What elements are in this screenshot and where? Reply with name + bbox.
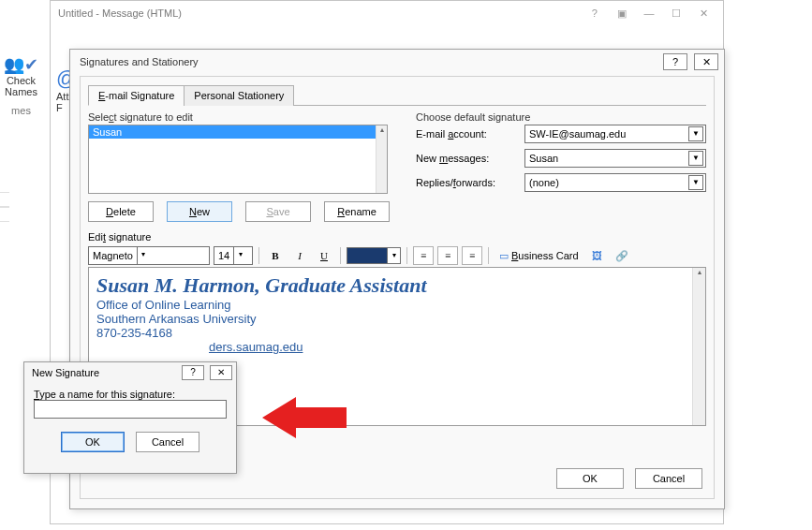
signature-line: Office of Online Learning <box>96 298 690 312</box>
check-names-label: Check Names <box>5 75 37 97</box>
signature-line: 870-235-4168 <box>96 326 690 340</box>
help-icon[interactable]: ? <box>583 7 607 19</box>
email-account-value: SW-IE@saumag.edu <box>529 128 626 140</box>
editor-scrollbar[interactable] <box>692 268 705 425</box>
replies-forwards-label: Replies/forwards: <box>416 177 519 188</box>
signature-listbox[interactable]: Susan <box>88 125 388 194</box>
delete-button[interactable]: Delete <box>88 201 154 222</box>
email-account-select[interactable]: SW-IE@saumag.edu ▼ <box>524 125 706 143</box>
tab-email-signature[interactable]: EE-mail Signature-mail Signature <box>88 85 185 106</box>
tab-personal-stationery[interactable]: Personal Stationery <box>184 85 294 106</box>
insert-hyperlink-button[interactable]: 🔗 <box>612 246 632 265</box>
align-left-button[interactable]: ≡ <box>413 246 434 265</box>
new-signature-cancel-button[interactable]: Cancel <box>136 432 199 452</box>
replies-forwards-select[interactable]: (none) ▼ <box>524 173 706 192</box>
new-signature-title: New Signature <box>32 367 99 378</box>
font-color-select[interactable]: ▾ <box>347 247 401 264</box>
signature-list-item[interactable]: Susan <box>89 125 376 139</box>
signature-name-line: Susan M. Harmon, Graduate Assistant <box>96 273 690 298</box>
new-messages-select[interactable]: Susan ▼ <box>524 149 706 168</box>
business-card-button[interactable]: ▭ Business Card <box>495 246 583 265</box>
toolbar-separator <box>340 247 341 264</box>
replies-forwards-value: (none) <box>529 177 559 188</box>
close-icon[interactable]: ✕ <box>691 7 716 20</box>
ribbon-fragment: 👥✔ Check Names mes <box>0 56 42 140</box>
chevron-down-icon[interactable]: ▼ <box>688 126 703 141</box>
minimize-icon[interactable]: — <box>637 7 661 19</box>
new-signature-prompt: Type a name for this signature: <box>34 389 227 400</box>
new-messages-label: New messages: <box>416 153 519 164</box>
rename-button[interactable]: Rename <box>324 201 390 222</box>
underline-button[interactable]: U <box>314 246 334 265</box>
new-signature-ok-button[interactable]: OK <box>61 432 125 452</box>
italic-button[interactable]: I <box>289 246 310 265</box>
toolbar-separator <box>488 247 489 264</box>
new-messages-value: Susan <box>529 153 558 164</box>
dialog-tabs: EE-mail Signature-mail Signature Persona… <box>88 84 706 106</box>
message-title-text: Untitled - Message (HTML) <box>58 7 182 19</box>
insert-picture-button[interactable]: 🖼 <box>587 246 608 265</box>
message-titlebar: Untitled - Message (HTML) ? ▣ — ☐ ✕ <box>51 1 723 25</box>
toolbar-separator <box>258 247 259 264</box>
chevron-down-icon[interactable]: ▼ <box>688 175 703 190</box>
signature-link: ders.saumag.edu <box>209 340 690 354</box>
dialog-title: Signatures and Stationery <box>80 56 199 67</box>
maximize-icon[interactable]: ☐ <box>664 7 688 20</box>
font-value: Magneto <box>89 250 137 261</box>
background-list-row <box>0 192 9 207</box>
card-icon: ▭ <box>499 250 509 262</box>
ribbon-group-label-cut: mes <box>0 105 42 116</box>
bold-button[interactable]: B <box>265 246 286 265</box>
color-swatch <box>347 248 387 263</box>
dialog-help-icon[interactable]: ? <box>182 365 204 380</box>
listbox-scrollbar[interactable] <box>376 125 387 193</box>
dialog-close-icon[interactable]: ✕ <box>694 53 718 70</box>
align-center-button[interactable]: ≡ <box>437 246 458 265</box>
dialog-help-icon[interactable]: ? <box>663 53 687 70</box>
svg-marker-0 <box>262 397 347 438</box>
new-signature-dialog: New Signature ? ✕ Type a name for this s… <box>23 361 237 474</box>
font-size-select[interactable]: 14 ▾ <box>214 246 253 265</box>
check-names-button[interactable]: 👥✔ Check Names <box>0 56 42 97</box>
red-arrow-annotation <box>262 393 347 442</box>
email-account-label: E-mail account: <box>416 128 519 140</box>
toolbar-separator <box>406 247 407 264</box>
edit-signature-label: Edit signature <box>88 231 706 243</box>
select-signature-label: Select signature to edit <box>88 111 397 123</box>
background-list-row <box>0 207 9 222</box>
save-button: Save <box>245 201 311 222</box>
dialog-ok-button[interactable]: OK <box>556 468 624 489</box>
dialog-cancel-button[interactable]: Cancel <box>635 468 702 489</box>
new-button[interactable]: New <box>167 201 232 222</box>
dialog-close-icon[interactable]: ✕ <box>210 365 232 380</box>
font-select[interactable]: Magneto ▾ <box>88 246 210 265</box>
signature-line: Southern Arkansas University <box>96 312 690 326</box>
align-right-button[interactable]: ≡ <box>462 246 482 265</box>
people-icon: 👥✔ <box>4 55 38 74</box>
chevron-down-icon[interactable]: ▾ <box>387 248 400 263</box>
signature-name-input[interactable] <box>34 400 227 419</box>
chevron-down-icon[interactable]: ▾ <box>233 247 246 264</box>
choose-default-label: Choose default signature <box>416 111 706 123</box>
font-size-value: 14 <box>214 250 233 261</box>
chevron-down-icon[interactable]: ▼ <box>688 151 703 166</box>
editor-toolbar: Magneto ▾ 14 ▾ B I U ▾ ≡ ≡ ≡ ▭ Busine <box>88 244 706 267</box>
chevron-down-icon[interactable]: ▾ <box>137 247 150 264</box>
ribbon-options-icon[interactable]: ▣ <box>610 7 634 20</box>
